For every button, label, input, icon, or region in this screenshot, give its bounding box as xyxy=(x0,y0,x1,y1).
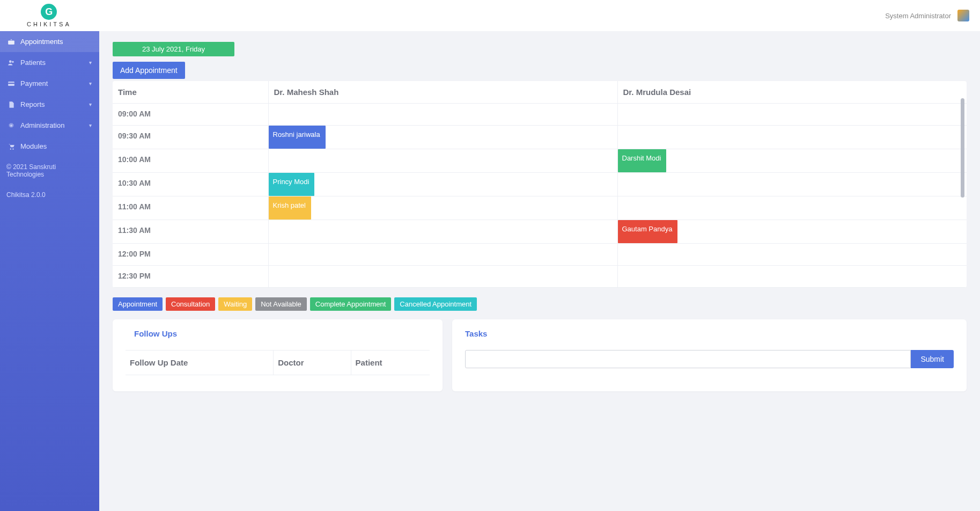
schedule-row: 10:30 AMPrincy Modi xyxy=(113,173,967,196)
svg-point-1 xyxy=(9,60,12,63)
sidebar-version: Chikitsa 2.0.0 xyxy=(0,185,99,205)
tasks-title: Tasks xyxy=(465,329,954,338)
sidebar-item-payment[interactable]: Payment▾ xyxy=(0,73,99,94)
appointment-chip[interactable]: Roshni jariwala xyxy=(269,126,326,149)
followups-col: Patient xyxy=(351,351,430,375)
schedule-slot[interactable] xyxy=(268,104,617,126)
schedule-row: 09:30 AMRoshni jariwala xyxy=(113,126,967,149)
topbar: G CHIKITSA System Administrator xyxy=(0,0,980,31)
file-icon xyxy=(8,101,15,108)
avatar-icon xyxy=(957,10,969,21)
card-icon xyxy=(8,80,15,87)
task-submit-button[interactable]: Submit xyxy=(911,350,954,368)
schedule-slot[interactable]: Roshni jariwala xyxy=(268,126,617,149)
sidebar-item-label: Appointments xyxy=(20,38,63,46)
time-cell: 10:30 AM xyxy=(113,173,268,196)
schedule-row: 11:00 AMKrish patel xyxy=(113,196,967,220)
schedule-slot[interactable] xyxy=(268,149,617,173)
schedule-slot[interactable]: Gautam Pandya xyxy=(617,220,967,244)
sidebar: AppointmentsPatients▾Payment▾Reports▾Adm… xyxy=(0,31,99,511)
sidebar-item-label: Administration xyxy=(20,121,64,129)
followups-title: Follow Ups xyxy=(134,329,430,338)
add-appointment-button[interactable]: Add Appointment xyxy=(113,62,185,79)
cart-icon xyxy=(8,143,15,150)
svg-rect-0 xyxy=(8,40,14,44)
legend-not-available: Not Available xyxy=(255,297,307,311)
sidebar-copyright: © 2021 Sanskruti Technologies xyxy=(0,157,99,185)
users-icon xyxy=(8,59,15,67)
sidebar-item-appointments[interactable]: Appointments xyxy=(0,31,99,52)
time-cell: 10:00 AM xyxy=(113,149,268,173)
brand-logo[interactable]: G CHIKITSA xyxy=(27,4,71,27)
gear-icon xyxy=(8,122,15,129)
schedule-slot[interactable] xyxy=(617,266,967,288)
schedule-slot[interactable] xyxy=(617,244,967,266)
main-content: 23 July 2021, Friday Add Appointment Tim… xyxy=(99,31,980,511)
legend-waiting: Waiting xyxy=(218,297,252,311)
svg-point-2 xyxy=(12,61,14,63)
sidebar-item-patients[interactable]: Patients▾ xyxy=(0,52,99,73)
sidebar-item-label: Modules xyxy=(20,142,47,150)
schedule-row: 10:00 AMDarshit Modi xyxy=(113,149,967,173)
schedule-slot[interactable] xyxy=(268,266,617,288)
legend-appointment: Appointment xyxy=(113,297,163,311)
legend-consultation: Consultation xyxy=(166,297,215,311)
svg-point-6 xyxy=(10,148,11,149)
user-label: System Administrator xyxy=(885,12,951,20)
tasks-panel: Tasks Submit xyxy=(452,319,967,391)
chevron-down-icon: ▾ xyxy=(89,60,92,65)
appointment-chip[interactable]: Darshit Modi xyxy=(618,149,667,172)
legend-cancelled-appointment: Cancelled Appointment xyxy=(394,297,477,311)
scrollbar-thumb[interactable] xyxy=(961,98,964,198)
status-legend: AppointmentConsultationWaitingNot Availa… xyxy=(113,297,967,311)
schedule-row: 12:00 PM xyxy=(113,244,967,266)
schedule-row: 11:30 AMGautam Pandya xyxy=(113,220,967,244)
schedule-slot[interactable] xyxy=(617,126,967,149)
chevron-down-icon: ▾ xyxy=(89,101,92,107)
sidebar-item-modules[interactable]: Modules xyxy=(0,136,99,157)
followups-table: Follow Up DateDoctorPatient xyxy=(126,350,430,375)
schedule-slot[interactable] xyxy=(617,196,967,220)
schedule-slot[interactable]: Princy Modi xyxy=(268,173,617,196)
task-input[interactable] xyxy=(465,350,911,368)
schedule-slot[interactable]: Darshit Modi xyxy=(617,149,967,173)
appointment-chip[interactable]: Gautam Pandya xyxy=(618,220,678,243)
followups-panel: Follow Ups Follow Up DateDoctorPatient xyxy=(113,319,443,391)
schedule-row: 12:30 PM xyxy=(113,266,967,288)
topbar-user[interactable]: System Administrator xyxy=(885,10,969,21)
svg-point-7 xyxy=(12,148,13,149)
briefcase-icon xyxy=(8,38,15,46)
schedule-col-doctor: Dr. Mahesh Shah xyxy=(268,81,617,104)
schedule-slot[interactable] xyxy=(268,244,617,266)
brand-name: CHIKITSA xyxy=(27,21,71,27)
chevron-down-icon: ▾ xyxy=(89,122,92,128)
sidebar-item-label: Payment xyxy=(20,79,48,87)
date-badge[interactable]: 23 July 2021, Friday xyxy=(113,42,234,56)
sidebar-item-label: Patients xyxy=(20,59,46,67)
sidebar-item-reports[interactable]: Reports▾ xyxy=(0,94,99,115)
appointment-chip[interactable]: Krish patel xyxy=(269,196,311,220)
schedule-slot[interactable] xyxy=(268,220,617,244)
schedule-table: TimeDr. Mahesh ShahDr. Mrudula Desai 09:… xyxy=(113,81,967,288)
time-cell: 12:00 PM xyxy=(113,244,268,266)
followups-col: Doctor xyxy=(274,351,351,375)
schedule-slot[interactable]: Krish patel xyxy=(268,196,617,220)
schedule-slot[interactable] xyxy=(617,104,967,126)
chevron-down-icon: ▾ xyxy=(89,81,92,86)
schedule-slot[interactable] xyxy=(617,173,967,196)
appointment-chip[interactable]: Princy Modi xyxy=(269,173,315,196)
svg-rect-4 xyxy=(8,83,14,84)
brand-mark-icon: G xyxy=(41,4,57,20)
time-cell: 09:00 AM xyxy=(113,104,268,126)
schedule-col-doctor: Dr. Mrudula Desai xyxy=(617,81,967,104)
followups-col: Follow Up Date xyxy=(126,351,274,375)
schedule-col-time: Time xyxy=(113,81,268,104)
time-cell: 09:30 AM xyxy=(113,126,268,149)
time-cell: 12:30 PM xyxy=(113,266,268,288)
sidebar-item-label: Reports xyxy=(20,100,45,108)
legend-complete-appointment: Complete Appointment xyxy=(310,297,392,311)
sidebar-item-administration[interactable]: Administration▾ xyxy=(0,115,99,136)
time-cell: 11:00 AM xyxy=(113,196,268,220)
time-cell: 11:30 AM xyxy=(113,220,268,244)
schedule-row: 09:00 AM xyxy=(113,104,967,126)
